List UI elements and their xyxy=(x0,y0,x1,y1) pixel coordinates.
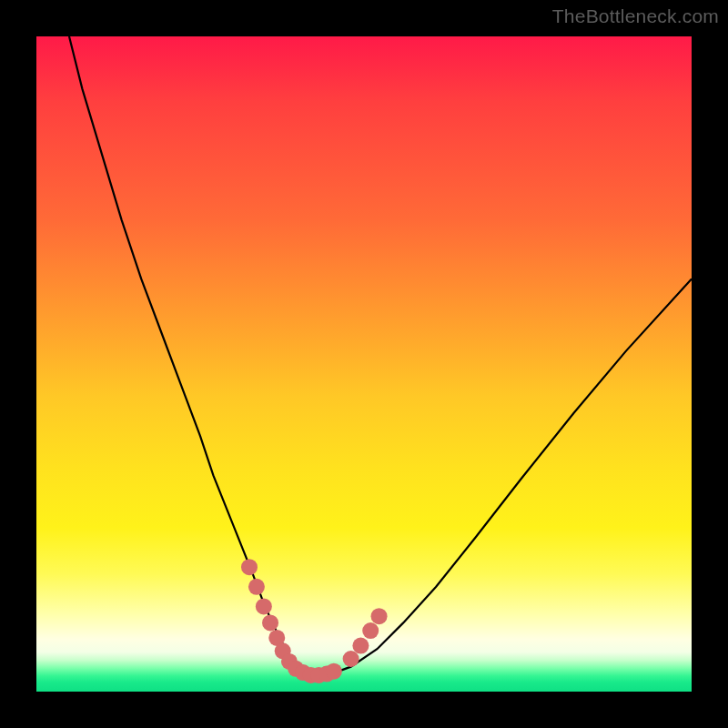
highlight-marker xyxy=(371,608,388,624)
highlight-marker xyxy=(352,638,369,654)
highlight-marker xyxy=(241,559,258,575)
highlight-marker xyxy=(343,651,359,667)
watermark-text: TheBottleneck.com xyxy=(552,5,719,27)
chart-svg xyxy=(36,36,692,692)
highlight-marker xyxy=(248,579,265,595)
highlight-marker xyxy=(262,614,278,631)
chart-frame: TheBottleneck.com xyxy=(0,0,728,728)
highlight-marker xyxy=(362,622,379,639)
highlight-marker xyxy=(326,663,342,680)
highlight-markers xyxy=(241,559,388,683)
highlight-marker xyxy=(256,598,272,614)
bottleneck-curve xyxy=(69,36,692,675)
plot-area xyxy=(36,36,692,692)
